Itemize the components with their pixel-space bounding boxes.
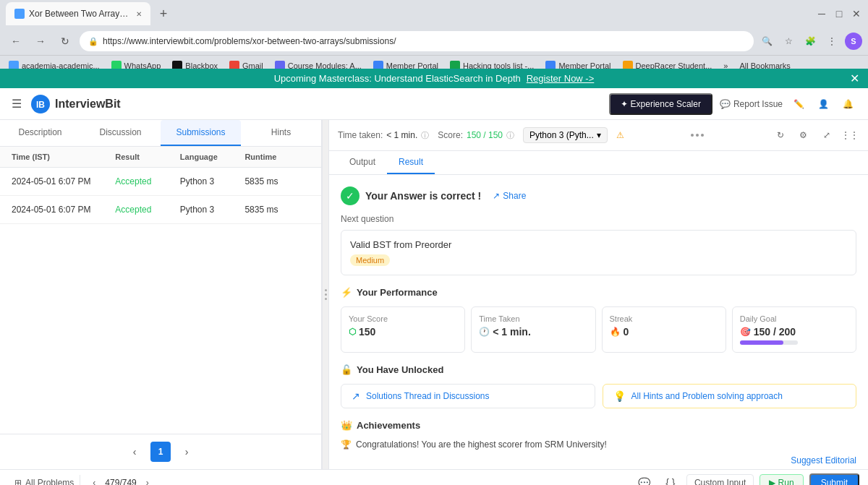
score-info-icon: ⓘ <box>506 130 514 141</box>
score-card-value: ⬡ 150 <box>349 326 457 338</box>
trophy-icon: 🏆 <box>341 439 352 450</box>
right-top-bar: Time taken: < 1 min. ⓘ Score: 150 / 150 … <box>329 120 868 151</box>
left-panel: Description Discussion Submissions Hints… <box>0 120 322 469</box>
divider-dot <box>325 289 327 291</box>
next-problem-button[interactable]: › <box>140 475 156 486</box>
goal-text: 150 / 200 <box>754 326 796 338</box>
pagination: ‹ 1 › <box>0 434 321 469</box>
language-selector[interactable]: Python 3 (Pyth... ▾ <box>523 127 608 143</box>
time-taken-metric: Time taken: < 1 min. ⓘ <box>338 130 429 141</box>
right-panel: Time taken: < 1 min. ⓘ Score: 150 / 150 … <box>329 120 868 469</box>
logo: IB InterviewBit <box>30 94 121 114</box>
svg-text:IB: IB <box>36 100 45 110</box>
achievements-header: 👑 Achievements <box>341 420 856 431</box>
back-button[interactable]: ← <box>6 31 26 51</box>
report-issue-button[interactable]: 💬 Report Issue <box>720 99 783 109</box>
cell-result: Accepted <box>115 176 180 186</box>
run-button[interactable]: ▶ Run <box>760 474 803 486</box>
share-icon: ↗ <box>493 191 500 201</box>
problem-tabs: Description Discussion Submissions Hints <box>0 120 321 147</box>
maximize-button[interactable]: □ <box>833 8 845 20</box>
table-row[interactable]: 2024-05-01 6:07 PM Accepted Python 3 583… <box>0 168 321 196</box>
chat-icon[interactable]: 💬 <box>634 473 655 486</box>
hints-label: All Hints and Problem solving approach <box>631 391 783 401</box>
submit-button[interactable]: Submit <box>809 473 859 486</box>
unlocked-section: 🔓 You Have Unlocked ↗ Solutions Thread i… <box>341 364 856 408</box>
logo-text: InterviewBit <box>55 98 121 111</box>
more-icon[interactable]: ⋮⋮ <box>841 126 859 145</box>
window-controls: ─ □ ✕ <box>816 8 862 20</box>
hints-card[interactable]: 💡 All Hints and Problem solving approach <box>603 384 857 408</box>
masterclass-banner: Upcoming Masterclass: Understand Elastic… <box>0 69 868 88</box>
settings-icon[interactable]: ⚙ <box>794 126 813 145</box>
nav-bar: ← → ↻ 🔒 https://www.interviewbit.com/pro… <box>0 27 868 55</box>
streak-card: Streak 🔥 0 <box>602 306 726 353</box>
expand-icon[interactable]: ⤢ <box>817 126 836 145</box>
result-tab[interactable]: Result <box>387 151 435 174</box>
reload-button[interactable]: ↻ <box>55 31 75 51</box>
user-icon[interactable]: 👤 <box>814 95 832 113</box>
result-content: ✓ Your Answer is correct ! ↗ Share Next … <box>329 175 868 469</box>
submissions-list: 2024-05-01 6:07 PM Accepted Python 3 583… <box>0 168 321 434</box>
tab-submissions[interactable]: Submissions <box>161 120 241 146</box>
browser-chrome: Xor Between Two Arrays! | Inter... ✕ + ─… <box>0 0 868 69</box>
browser-tab[interactable]: Xor Between Two Arrays! | Inter... ✕ <box>6 2 150 25</box>
goal-progress-bar <box>740 340 783 345</box>
banner-close-button[interactable]: ✕ <box>850 72 859 85</box>
main-layout: Description Discussion Submissions Hints… <box>0 120 868 469</box>
report-label: Report Issue <box>733 99 783 109</box>
daily-goal-value: 🎯 150 / 200 <box>740 326 848 338</box>
notification-icon[interactable]: 🔔 <box>839 95 856 113</box>
profile-avatar[interactable]: S <box>845 33 862 50</box>
suggest-editorial-button[interactable]: Suggest Editorial <box>791 455 856 465</box>
url-text: https://www.interviewbit.com/problems/xo… <box>103 36 396 46</box>
next-question-label: Next question <box>341 214 856 224</box>
next-question-card[interactable]: Valid BST from Preorder Medium <box>341 230 856 275</box>
score-icon: ⬡ <box>349 327 356 337</box>
tab-hints[interactable]: Hints <box>241 120 321 146</box>
bookmark-star-icon[interactable]: ☆ <box>780 33 797 50</box>
more-icon[interactable]: ⋮ <box>823 33 841 50</box>
solutions-thread-card[interactable]: ↗ Solutions Thread in Discussions <box>341 384 595 408</box>
address-bar[interactable]: 🔒 https://www.interviewbit.com/problems/… <box>80 31 754 51</box>
table-row[interactable]: 2024-05-01 6:07 PM Accepted Python 3 583… <box>0 196 321 224</box>
tab-description[interactable]: Description <box>0 120 80 146</box>
forward-button[interactable]: → <box>30 31 51 51</box>
chevron-down-icon: ▾ <box>597 130 601 140</box>
extensions-icon[interactable]: 🧩 <box>801 33 819 50</box>
share-button[interactable]: ↗ Share <box>493 191 526 201</box>
close-tab-button[interactable]: ✕ <box>136 10 142 18</box>
col-language: Language <box>180 153 245 161</box>
search-icon[interactable]: 🔍 <box>758 33 775 50</box>
all-problems-button[interactable]: ⊞ All Problems <box>9 475 80 486</box>
checkmark-icon: ✓ <box>341 186 359 205</box>
lock-icon: 🔒 <box>88 37 98 46</box>
refresh-icon[interactable]: ↻ <box>771 126 790 145</box>
new-tab-button[interactable]: + <box>153 4 174 24</box>
minimize-button[interactable]: ─ <box>816 8 827 20</box>
prev-page-button[interactable]: ‹ <box>124 442 145 462</box>
divider-dot <box>325 298 327 300</box>
prev-problem-button[interactable]: ‹ <box>86 475 102 486</box>
result-tabs: Output Result <box>329 151 868 175</box>
next-page-button[interactable]: › <box>176 442 197 462</box>
nav-right: 🔍 ☆ 🧩 ⋮ S <box>758 33 862 50</box>
tab-discussion[interactable]: Discussion <box>80 120 161 146</box>
close-button[interactable]: ✕ <box>851 8 862 20</box>
correct-text: Your Answer is correct ! <box>365 190 481 202</box>
pen-icon[interactable]: ✏️ <box>790 95 807 113</box>
crown-icon: 👑 <box>341 420 352 431</box>
output-tab[interactable]: Output <box>338 151 387 174</box>
cell-runtime: 5835 ms <box>244 205 310 215</box>
hamburger-menu-button[interactable]: ☰ <box>12 97 22 111</box>
panel-divider[interactable] <box>322 120 329 469</box>
custom-input-button[interactable]: Custom Input <box>686 474 754 486</box>
solutions-thread-label: Solutions Thread in Discussions <box>366 391 490 401</box>
banner-cta[interactable]: Register Now -> <box>527 73 595 84</box>
correct-answer-banner: ✓ Your Answer is correct ! ↗ Share <box>341 186 856 205</box>
experience-scaler-button[interactable]: ✦ Experience Scaler <box>609 93 712 115</box>
cell-result: Accepted <box>115 205 180 215</box>
more-options-button[interactable] <box>691 134 704 137</box>
bottom-bar: ⊞ All Problems ‹ 479/749 › 💬 { } Custom … <box>0 469 868 485</box>
code-icon[interactable]: { } <box>660 473 681 486</box>
